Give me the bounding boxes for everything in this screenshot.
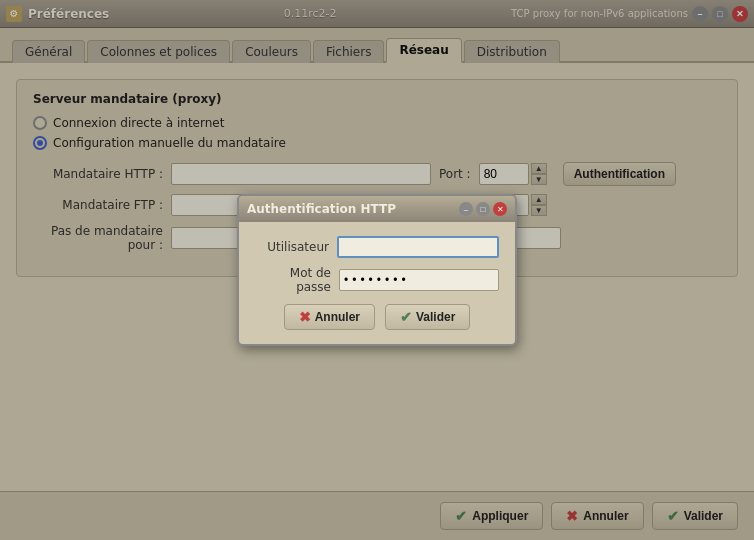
dialog-cancel-button[interactable]: ✖ Annuler — [284, 304, 375, 330]
dialog-ok-label: Valider — [416, 310, 455, 324]
dialog-pass-input[interactable] — [339, 269, 499, 291]
dialog-user-input[interactable] — [337, 236, 499, 258]
dialog-cancel-icon: ✖ — [299, 309, 311, 325]
dialog-pass-label: Mot de passe — [255, 266, 331, 294]
dialog-minimize-button[interactable]: – — [459, 202, 473, 216]
dialog-titlebar: Authentification HTTP – □ ✕ — [239, 196, 515, 222]
dialog-cancel-label: Annuler — [315, 310, 360, 324]
dialog-pass-row: Mot de passe — [255, 266, 499, 294]
dialog-close-button[interactable]: ✕ — [493, 202, 507, 216]
dialog-content: Utilisateur Mot de passe ✖ Annuler ✔ Val… — [239, 222, 515, 344]
dialog-ok-icon: ✔ — [400, 309, 412, 325]
dialog-maximize-button[interactable]: □ — [476, 202, 490, 216]
dialog-ok-button[interactable]: ✔ Valider — [385, 304, 470, 330]
auth-dialog: Authentification HTTP – □ ✕ Utilisateur … — [237, 194, 517, 346]
dialog-buttons: ✖ Annuler ✔ Valider — [255, 304, 499, 330]
dialog-overlay: Authentification HTTP – □ ✕ Utilisateur … — [0, 0, 754, 540]
dialog-title: Authentification HTTP — [247, 202, 396, 216]
dialog-titlebar-buttons: – □ ✕ — [459, 202, 507, 216]
app-window: ⚙ Préférences 0.11rc2-2 TCP proxy for no… — [0, 0, 754, 540]
dialog-user-row: Utilisateur — [255, 236, 499, 258]
dialog-user-label: Utilisateur — [255, 240, 329, 254]
